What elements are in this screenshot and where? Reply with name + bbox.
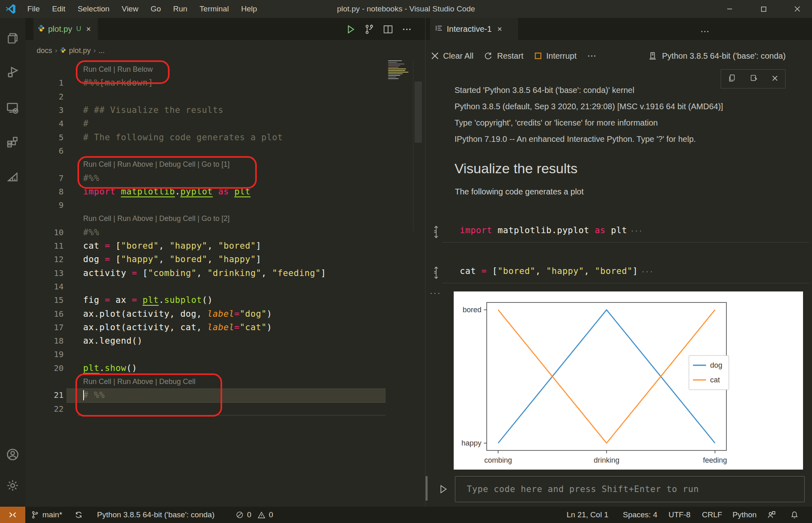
panel-more-actions-icon[interactable]: ⋯ bbox=[698, 25, 712, 38]
account-icon[interactable] bbox=[0, 443, 25, 466]
cell-code[interactable]: cat = ["bored", "happy", "bored"]··· bbox=[460, 264, 653, 278]
menu-go[interactable]: Go bbox=[144, 0, 167, 18]
cell-code[interactable]: import matplotlib.pyplot as plt··· bbox=[460, 223, 643, 237]
restart-button[interactable]: Restart bbox=[484, 51, 523, 61]
code-token: . bbox=[159, 295, 164, 305]
feedback-icon[interactable] bbox=[766, 507, 776, 523]
sync-changes-icon[interactable] bbox=[74, 507, 83, 523]
breadcrumb-file[interactable]: plot.py bbox=[69, 46, 90, 55]
cell-more-icon[interactable]: ··· bbox=[641, 268, 653, 276]
code-input-field[interactable]: Type code here and press Shift+Enter to … bbox=[455, 476, 805, 502]
code-token: = bbox=[132, 268, 137, 278]
menu-view[interactable]: View bbox=[116, 0, 145, 18]
menu-terminal[interactable]: Terminal bbox=[194, 0, 235, 18]
code-line: 5# The following code generates a plot bbox=[25, 130, 425, 144]
panel-scrollbar[interactable] bbox=[426, 476, 428, 501]
plot-cell-more-icon[interactable]: ··· bbox=[430, 288, 441, 298]
code-token: matplotlib.pyplot bbox=[492, 225, 595, 235]
interactive-toolbar: Clear All Restart Interrupt ⋯ bbox=[431, 46, 596, 66]
breadcrumb-tail[interactable]: ... bbox=[99, 46, 105, 55]
explorer-icon[interactable] bbox=[0, 26, 25, 50]
tab-close-icon[interactable]: × bbox=[86, 24, 91, 34]
encoding-item[interactable]: UTF-8 bbox=[669, 507, 691, 523]
code-token: plt bbox=[606, 225, 627, 235]
menu-edit[interactable]: Edit bbox=[46, 0, 72, 18]
interpreter-item[interactable]: Python 3.8.5 64-bit ('base': conda) bbox=[97, 507, 214, 523]
python-file-icon bbox=[60, 46, 66, 55]
code-text[interactable]: # bbox=[83, 119, 88, 128]
code-token: fig bbox=[83, 295, 105, 305]
code-text[interactable]: fig = ax = plt.subplot() bbox=[83, 295, 213, 305]
codelens-link[interactable]: Run Cell | Run Above | Debug Cell | Go t… bbox=[83, 214, 229, 223]
code-token: cat bbox=[460, 266, 481, 276]
ruler-icon[interactable] bbox=[0, 165, 25, 188]
run-file-icon[interactable] bbox=[343, 22, 358, 37]
remote-indicator[interactable] bbox=[0, 507, 25, 523]
code-token: , bbox=[159, 241, 170, 251]
code-text[interactable]: plt.show() bbox=[83, 363, 137, 373]
code-text[interactable]: ax.legend() bbox=[83, 336, 143, 346]
menu-run[interactable]: Run bbox=[167, 0, 194, 18]
run-debug-icon[interactable] bbox=[0, 60, 25, 84]
run-input-icon[interactable] bbox=[436, 482, 450, 497]
code-text[interactable]: activity = ["combing", "drinking", "feed… bbox=[83, 268, 326, 278]
minimap-line bbox=[388, 68, 406, 69]
code-text[interactable]: # ## Visualize the results bbox=[83, 105, 223, 115]
clear-all-label: Clear All bbox=[443, 51, 473, 61]
eol-label: CRLF bbox=[702, 510, 722, 519]
maximize-button[interactable] bbox=[751, 0, 776, 18]
minimize-button[interactable] bbox=[717, 0, 742, 18]
indentation-item[interactable]: Spaces: 4 bbox=[623, 507, 658, 523]
code-text[interactable]: dog = ["happy", "bored", "happy"] bbox=[83, 254, 261, 264]
menu-bar: FileEditSelectionViewGoRunTerminalHelp bbox=[21, 0, 263, 18]
menu-help[interactable]: Help bbox=[235, 0, 263, 18]
goto-source-icon[interactable] bbox=[432, 225, 441, 241]
tab-interactive-1[interactable]: Interactive-1 × bbox=[430, 18, 518, 40]
cell-more-icon[interactable]: ··· bbox=[631, 227, 643, 235]
problems-item[interactable]: 0 0 bbox=[236, 507, 273, 523]
compare-changes-icon[interactable] bbox=[362, 22, 377, 37]
menu-selection[interactable]: Selection bbox=[71, 0, 115, 18]
code-text[interactable]: # The following code generates a plot bbox=[83, 132, 283, 142]
code-text[interactable]: #%% bbox=[83, 227, 99, 237]
code-token: , bbox=[584, 266, 595, 276]
export-icon[interactable] bbox=[749, 74, 758, 84]
code-token: ) bbox=[267, 309, 272, 319]
line-number: 4 bbox=[34, 119, 64, 128]
settings-gear-icon[interactable] bbox=[0, 474, 25, 497]
minimap[interactable] bbox=[387, 60, 413, 80]
remote-explorer-icon[interactable] bbox=[0, 96, 25, 120]
notifications-bell-icon[interactable] bbox=[790, 507, 799, 523]
tab-close-icon[interactable]: × bbox=[497, 24, 502, 34]
line-number: 6 bbox=[34, 146, 64, 156]
goto-source-icon[interactable] bbox=[432, 266, 441, 281]
eol-item[interactable]: CRLF bbox=[702, 507, 722, 523]
editor-group-divider[interactable] bbox=[425, 18, 426, 507]
code-line: 3# ## Visualize the results bbox=[25, 103, 425, 117]
close-button[interactable] bbox=[785, 0, 810, 18]
code-line: 11cat = ["bored", "happy", "bored"] bbox=[25, 239, 425, 252]
copy-icon[interactable] bbox=[728, 74, 737, 84]
code-text[interactable]: ax.plot(activity, cat, label="cat") bbox=[83, 322, 272, 332]
split-editor-icon[interactable] bbox=[381, 22, 395, 37]
language-mode-item[interactable]: Python bbox=[733, 507, 757, 523]
extensions-icon[interactable] bbox=[0, 130, 25, 154]
interrupt-button[interactable]: Interrupt bbox=[534, 51, 576, 61]
editor-scrollbar[interactable] bbox=[415, 82, 422, 143]
toolbar-more-actions-icon[interactable]: ⋯ bbox=[587, 51, 596, 61]
tab-plot-py[interactable]: plot.py U × bbox=[33, 18, 98, 40]
editor-more-actions-icon[interactable] bbox=[399, 22, 414, 37]
menu-file[interactable]: File bbox=[21, 0, 46, 18]
code-text[interactable]: cat = ["bored", "happy", "bored"] bbox=[83, 241, 261, 251]
kernel-selector[interactable]: Python 3.8.5 64-bit ('base': conda) bbox=[648, 46, 786, 66]
clear-all-button[interactable]: Clear All bbox=[431, 51, 473, 61]
minimap-line bbox=[388, 64, 404, 64]
code-line: 17ax.plot(activity, cat, label="cat") bbox=[25, 320, 425, 334]
branch-label: main* bbox=[42, 510, 62, 519]
breadcrumb-folder[interactable]: docs bbox=[37, 46, 52, 55]
cursor-position-item[interactable]: Ln 21, Col 1 bbox=[567, 507, 608, 523]
code-text[interactable]: ax.plot(activity, dog, label="dog") bbox=[83, 309, 272, 319]
git-branch-item[interactable]: main* bbox=[31, 507, 62, 523]
close-icon[interactable] bbox=[771, 75, 779, 84]
breadcrumb: docs › plot.py › ... bbox=[37, 42, 105, 59]
